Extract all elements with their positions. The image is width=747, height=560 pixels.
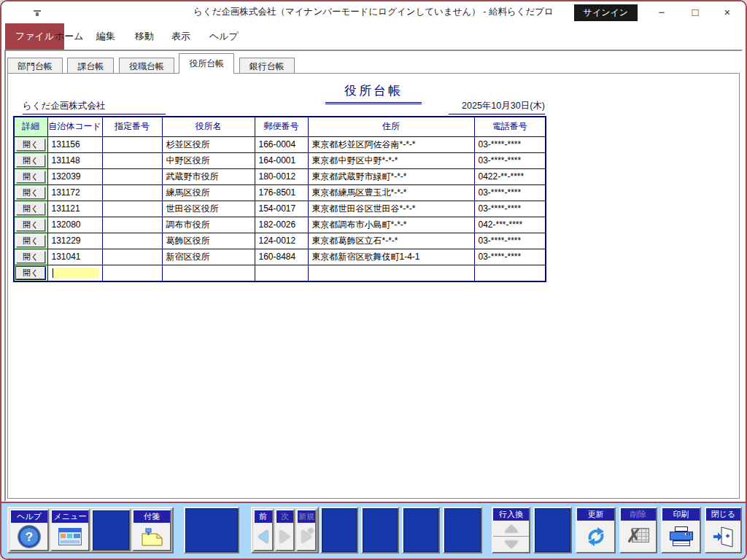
cell-address[interactable]: 東京都葛飾区立石*-*-*	[308, 233, 474, 249]
close-screen-button[interactable]: 閉じる	[705, 507, 742, 553]
cell-office-name[interactable]: 中野区役所	[162, 152, 255, 168]
cell-address[interactable]: 東京都調布市小島町*-*-*	[308, 217, 474, 233]
cell-phone[interactable]: 03-****-****	[474, 249, 546, 265]
row-swap-up-button[interactable]	[493, 521, 529, 537]
cell-address[interactable]: 東京都杉並区阿佐谷南*-*-*	[308, 136, 474, 152]
cell-phone[interactable]: 03-****-****	[474, 201, 546, 217]
cell-code[interactable]: 131156	[47, 136, 102, 152]
cell-designation[interactable]	[102, 184, 162, 201]
cell-office-name[interactable]: 練馬区役所	[162, 184, 255, 201]
cell-designation[interactable]	[102, 265, 162, 281]
cell-zip[interactable]: 182-0026	[255, 217, 308, 233]
cell-address[interactable]: 東京都練馬区豊玉北*-*-*	[308, 184, 474, 201]
cell-office-name[interactable]: 新宿区役所	[162, 249, 255, 265]
minimize-icon[interactable]: −	[645, 1, 678, 23]
cell-office-name[interactable]: 武蔵野市役所	[162, 168, 255, 184]
row-swap-down-button[interactable]	[493, 537, 529, 552]
cell-designation[interactable]	[102, 168, 162, 184]
tab-bank-ledger[interactable]: 銀行台帳	[239, 58, 295, 74]
cell-code[interactable]: 132080	[47, 217, 102, 233]
cell-phone[interactable]: 03-****-****	[474, 152, 546, 168]
cell-address[interactable]: 東京都中野区中野*-*-*	[308, 152, 474, 168]
tab-strip: 部門台帳 課台帳 役職台帳 役所台帳 銀行台帳	[6, 51, 741, 74]
cell-designation[interactable]	[102, 249, 162, 265]
new-record-button[interactable]: 新規	[296, 509, 317, 551]
cell-phone[interactable]: 042-***-****	[474, 217, 546, 233]
cell-office-name[interactable]: 調布市役所	[162, 217, 255, 233]
cell-zip[interactable]: 124-0012	[255, 233, 308, 249]
cell-code[interactable]: 131172	[47, 184, 102, 201]
menu-home[interactable]: ホーム	[50, 23, 88, 50]
title-bar: らくだ企画株式会社（マイナンバーモードにログインしていません） - 給料らくだプ…	[1, 1, 746, 23]
cell-zip[interactable]: 166-0004	[255, 136, 308, 152]
cell-office-name[interactable]: 葛飾区役所	[162, 233, 255, 249]
signin-button[interactable]: サインイン	[574, 4, 638, 21]
menu-button[interactable]: メニュー	[50, 509, 90, 551]
cell-code[interactable]: 131041	[47, 249, 102, 265]
print-button[interactable]: 印刷	[661, 507, 701, 553]
header-phone: 電話番号	[474, 117, 546, 136]
table-row: 開く 131229 葛飾区役所 124-0012 東京都葛飾区立石*-*-* 0…	[14, 233, 546, 249]
cell-zip[interactable]	[255, 265, 308, 281]
table-row: 開く 131172 練馬区役所 176-8501 東京都練馬区豊玉北*-*-* …	[14, 184, 546, 201]
cell-phone[interactable]: 03-****-****	[474, 184, 546, 201]
cell-office-name[interactable]: 世田谷区役所	[162, 201, 255, 217]
cell-designation[interactable]	[102, 136, 162, 152]
open-row-button[interactable]: 開く	[16, 155, 45, 167]
menu-bar: ファイル ホーム 編集 移動 表示 ヘルプ − ×	[1, 23, 746, 50]
cell-office-name[interactable]: 杉並区役所	[162, 136, 255, 152]
cell-address[interactable]: 東京都武蔵野市緑町*-*-*	[308, 168, 474, 184]
menu-view[interactable]: 表示	[167, 23, 195, 50]
cell-phone[interactable]: 03-****-****	[474, 233, 546, 249]
open-row-button[interactable]: 開く	[16, 187, 45, 199]
open-row-button[interactable]: 開く	[16, 251, 45, 263]
cell-office-name[interactable]	[162, 265, 255, 281]
menu-edit[interactable]: 編集	[92, 23, 120, 50]
tab-office-ledger[interactable]: 役所台帳	[179, 53, 234, 74]
update-button[interactable]: 更新	[576, 507, 616, 553]
table-row: 開く 131148 中野区役所 164-0001 東京都中野区中野*-*-* 0…	[14, 152, 546, 168]
new-code-input[interactable]	[47, 265, 102, 281]
open-row-button[interactable]: 開く	[16, 203, 45, 215]
cell-designation[interactable]	[102, 201, 162, 217]
sticky-note-button[interactable]: 付箋	[132, 509, 171, 551]
cell-code[interactable]: 131121	[47, 201, 102, 217]
cell-code[interactable]: 132039	[47, 168, 102, 184]
open-row-button[interactable]: 開く	[16, 219, 45, 231]
cell-address[interactable]: 東京都世田谷区世田谷*-*-*	[308, 201, 474, 217]
close-icon[interactable]: ×	[711, 1, 744, 23]
tab-department-ledger[interactable]: 部門台帳	[7, 58, 63, 74]
cell-phone[interactable]: 03-****-****	[474, 136, 546, 152]
maximize-icon[interactable]: □	[678, 1, 712, 23]
open-row-button[interactable]: 開く	[16, 171, 45, 183]
cell-address[interactable]	[308, 265, 474, 281]
menu-help[interactable]: ヘルプ	[205, 23, 243, 50]
cell-zip[interactable]: 164-0001	[255, 152, 308, 168]
cell-code[interactable]: 131148	[47, 152, 102, 168]
cell-designation[interactable]	[102, 152, 162, 168]
cell-designation[interactable]	[102, 217, 162, 233]
cell-address[interactable]: 東京都新宿区歌舞伎町1-4-1	[308, 249, 474, 265]
open-row-button[interactable]: 開く	[16, 139, 45, 151]
cell-zip[interactable]: 180-0012	[255, 168, 308, 184]
cell-code[interactable]: 131229	[47, 233, 102, 249]
delete-button[interactable]: 削除 ✗	[619, 507, 657, 553]
table-header-row: 詳細 自治体コード 指定番号 役所名 郵便番号 住所 電話番号	[14, 117, 546, 136]
next-record-button[interactable]: 次	[275, 509, 295, 551]
prev-record-button[interactable]: 前	[253, 509, 274, 551]
cell-zip[interactable]: 176-8501	[255, 184, 308, 201]
open-row-button[interactable]: 開く	[16, 267, 45, 279]
tab-section-ledger[interactable]: 課台帳	[67, 58, 114, 74]
cell-phone[interactable]: 0422-**-****	[474, 168, 546, 184]
help-button[interactable]: ヘルプ ?	[9, 509, 49, 551]
tab-position-ledger[interactable]: 役職台帳	[119, 58, 174, 74]
open-row-button[interactable]: 開く	[16, 235, 45, 247]
header-address: 住所	[308, 117, 474, 136]
menu-move[interactable]: 移動	[131, 23, 158, 50]
cell-zip[interactable]: 154-0017	[255, 201, 308, 217]
cell-phone[interactable]	[474, 265, 546, 281]
cell-zip[interactable]: 160-8484	[255, 249, 308, 265]
down-arrow-icon	[505, 541, 518, 548]
header-detail: 詳細	[14, 117, 47, 136]
cell-designation[interactable]	[102, 233, 162, 249]
